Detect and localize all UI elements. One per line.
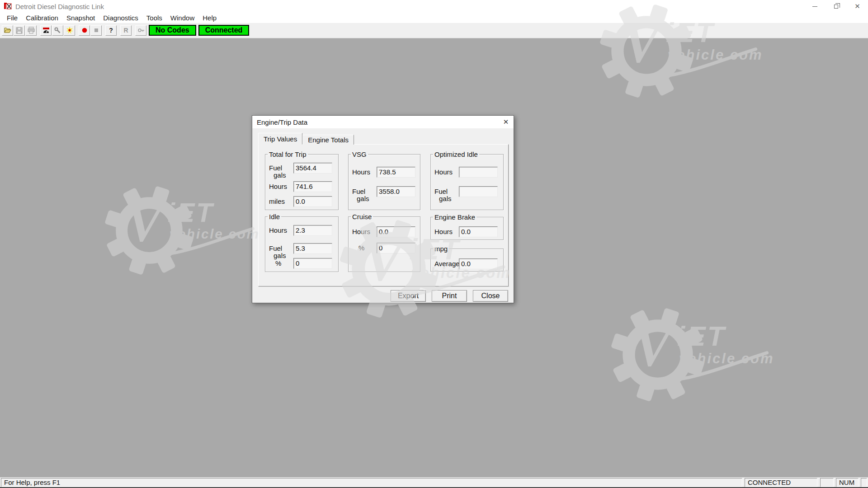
title-bar: Detroit Diesel Diagnostic Link ✕: [0, 0, 868, 13]
no-codes-label: No Codes: [156, 26, 189, 34]
stop-button[interactable]: [90, 25, 102, 36]
tools-button[interactable]: [52, 25, 63, 36]
group-total-for-trip: Total for Trip Fuel gals 3564.4 Hours 74…: [265, 150, 339, 210]
group-idle: Idle Hours 2.3 Fuel gals 5.3 % 0: [265, 213, 339, 272]
status-connected: CONNECTED: [745, 478, 817, 487]
key-icon: [137, 27, 145, 34]
menu-calibration[interactable]: Calibration: [22, 13, 62, 23]
total-hours-field[interactable]: 741.6: [293, 181, 332, 192]
cruise-hours-field[interactable]: 0.0: [377, 226, 415, 237]
alert-button[interactable]: [64, 25, 75, 36]
dialog-button-row: Export Print Close: [391, 290, 508, 302]
receive-button[interactable]: R: [120, 25, 132, 36]
field-label: %: [269, 258, 293, 269]
window-title: Detroit Diesel Diagnostic Link: [15, 3, 104, 10]
status-panel-empty: [820, 478, 834, 487]
group-cruise: Cruise Hours 0.0 % 0: [348, 213, 420, 272]
field-label: Hours: [269, 181, 293, 192]
menu-snapshot[interactable]: Snapshot: [62, 13, 99, 23]
gauge-icon: [42, 27, 50, 34]
menu-window[interactable]: Window: [166, 13, 198, 23]
wrench-icon: [54, 27, 61, 34]
dialog-title: Engine/Trip Data: [257, 118, 307, 126]
help-icon: ?: [109, 27, 113, 34]
field-label: Hours: [352, 226, 377, 237]
group-engine-brake: Engine Brake Hours 0.0: [430, 213, 504, 240]
field-label: %: [352, 243, 377, 253]
tab-label: Engine Totals: [308, 136, 349, 144]
group-title: Idle: [268, 213, 281, 221]
idle-fuel-gals-field[interactable]: 5.3: [293, 243, 332, 254]
menu-file[interactable]: File: [3, 13, 22, 23]
print-button-dialog[interactable]: Print: [432, 290, 467, 302]
receive-icon: R: [123, 27, 128, 34]
dashboard-button[interactable]: [40, 25, 52, 36]
engine-brake-hours-field[interactable]: 0.0: [459, 226, 498, 237]
lamp-icon: [66, 27, 73, 34]
record-button[interactable]: [79, 25, 90, 36]
field-label: Hours: [352, 167, 377, 178]
close-button[interactable]: ✕: [847, 0, 868, 13]
field-label: Hours: [269, 225, 293, 236]
menu-tools[interactable]: Tools: [142, 13, 166, 23]
close-button-dialog[interactable]: Close: [473, 290, 508, 302]
status-bar: For Help, press F1 CONNECTED NUM: [0, 477, 868, 488]
cruise-percent-field[interactable]: 0: [377, 243, 415, 253]
tab-engine-totals[interactable]: Engine Totals: [302, 135, 354, 145]
toolbar: ? R No Codes Connected: [0, 23, 868, 38]
idle-hours-field[interactable]: 2.3: [293, 225, 332, 236]
group-vsg: VSG Hours 738.5 Fuel gals 3558.0: [348, 150, 420, 210]
field-label: Fuel gals: [434, 186, 459, 197]
total-miles-field[interactable]: 0.0: [293, 196, 332, 207]
group-title: Cruise: [351, 213, 373, 221]
application-window: Detroit Diesel Diagnostic Link ✕ File Ca…: [0, 0, 868, 488]
menu-help[interactable]: Help: [198, 13, 221, 23]
field-label: Hours: [434, 226, 459, 237]
print-button[interactable]: [25, 25, 37, 36]
restore-button[interactable]: [826, 0, 847, 13]
field-label: Fuel gals: [269, 163, 293, 174]
save-icon: [16, 27, 23, 34]
open-folder-icon: [4, 27, 11, 34]
status-panel-empty: [861, 478, 867, 487]
group-title: Total for Trip: [268, 150, 308, 158]
help-button[interactable]: ?: [105, 25, 117, 36]
dialog-body: Trip Values Engine Totals Total for Trip…: [252, 128, 514, 304]
mdi-workspace: Engine/Trip Data ✕ Trip Values Engine To…: [0, 38, 868, 477]
status-badge-codes[interactable]: No Codes: [149, 25, 196, 36]
connected-label: Connected: [205, 26, 243, 34]
vsg-hours-field[interactable]: 738.5: [377, 167, 415, 178]
open-button[interactable]: [2, 25, 13, 36]
engine-trip-data-dialog: Engine/Trip Data ✕ Trip Values Engine To…: [252, 115, 514, 303]
field-label: Hours: [434, 167, 459, 178]
save-button[interactable]: [14, 25, 25, 36]
tab-trip-values[interactable]: Trip Values: [258, 133, 302, 145]
group-title: VSG: [351, 150, 368, 158]
optimized-idle-fuel-gals-field[interactable]: [459, 186, 498, 197]
total-fuel-gals-field[interactable]: 3564.4: [293, 163, 332, 174]
vsg-fuel-gals-field[interactable]: 3558.0: [377, 186, 415, 197]
restore-icon: [834, 5, 838, 9]
idle-percent-field[interactable]: 0: [293, 258, 332, 269]
export-button[interactable]: Export: [391, 290, 426, 302]
dialog-close-button[interactable]: ✕: [499, 116, 513, 128]
stop-icon: [93, 27, 99, 33]
close-icon: ✕: [854, 2, 860, 10]
field-label: Fuel gals: [269, 243, 293, 254]
optimized-idle-hours-field[interactable]: [459, 167, 498, 178]
field-label: Fuel gals: [352, 186, 377, 197]
trip-values-panel: Total for Trip Fuel gals 3564.4 Hours 74…: [258, 144, 509, 286]
record-icon: [81, 27, 88, 33]
group-title: Engine Brake: [433, 213, 476, 221]
minimize-button[interactable]: [804, 0, 826, 13]
minimize-icon: [812, 6, 817, 7]
status-num-lock: NUM: [836, 478, 859, 487]
group-title: Optimized Idle: [433, 150, 479, 158]
menu-bar: File Calibration Snapshot Diagnostics To…: [0, 13, 868, 23]
field-label: miles: [269, 196, 293, 207]
mpg-average-field[interactable]: 0.0: [459, 258, 498, 269]
group-title: mpg: [433, 245, 449, 253]
status-badge-connection[interactable]: Connected: [198, 25, 250, 36]
disconnect-button[interactable]: [135, 25, 146, 36]
menu-diagnostics[interactable]: Diagnostics: [99, 13, 142, 23]
